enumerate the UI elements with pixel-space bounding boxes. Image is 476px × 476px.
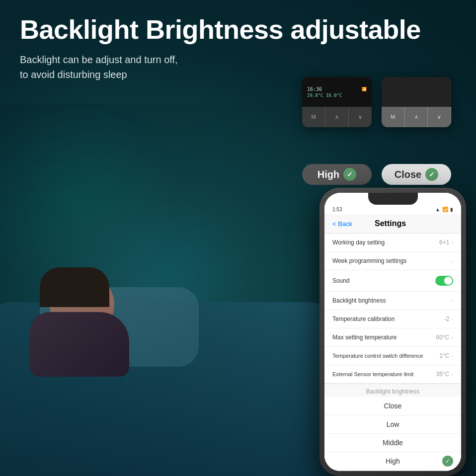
settings-value-backlight: › [451,298,453,304]
settings-label-backlight: Backlight brightness [332,297,386,304]
wifi-icon: 📶 [442,207,448,212]
settings-label-sensor-limit: External Sensor temperature limit [332,371,413,377]
phone-notch [368,193,418,205]
done-button[interactable]: Done [324,471,461,471]
settings-label-switch-diff: Temperature control switch difference [332,353,423,359]
phone-outer: 1:53 ▲ 📶 ▮ < Back Settings Working day s… [319,188,466,476]
picker-item-low[interactable]: Low [324,415,461,434]
chevron-icon-3: › [451,298,453,304]
settings-label-sound: Sound [332,277,350,284]
subtitle: Backlight can be adjust and turn off, to… [20,52,258,82]
nav-title: Settings [352,219,428,228]
settings-label-max-temp: Max setting temperature [332,334,397,341]
settings-item-week-programming[interactable]: Week programming settings › [324,252,461,270]
settings-label-week-prog: Week programming settings [332,257,406,264]
picker-section: Backlight brightness Close Low Middle Hi… [324,384,461,471]
phone-screen: 1:53 ▲ 📶 ▮ < Back Settings Working day s… [324,193,461,471]
picker-check-high: ✓ [442,456,453,467]
chevron-icon-4: › [451,316,453,322]
settings-value-sensor-limit: 35°C › [436,371,453,378]
settings-label-working-day: Working day setting [332,239,385,246]
sound-toggle[interactable] [435,276,453,286]
chevron-icon-7: › [451,371,453,377]
phone-mockup: 1:53 ▲ 📶 ▮ < Back Settings Working day s… [319,188,466,476]
settings-item-sensor-limit[interactable]: External Sensor temperature limit 35°C › [324,365,461,384]
picker-item-high[interactable]: High ✓ [324,452,461,471]
status-icons: ▲ 📶 ▮ [435,207,453,212]
chevron-icon-2: › [451,258,453,264]
phone-nav-bar: < Back Settings [324,214,461,234]
settings-item-sound[interactable]: Sound [324,270,461,292]
settings-item-backlight[interactable]: Backlight brightness › [324,292,461,310]
chevron-icon-5: › [451,334,453,340]
battery-icon: ▮ [450,207,453,212]
settings-list: Working day setting 6+1 › Week programmi… [324,234,461,384]
picker-item-close[interactable]: Close [324,397,461,415]
settings-item-working-day[interactable]: Working day setting 6+1 › [324,234,461,252]
settings-label-temp-cal: Temperature calibration [332,316,395,322]
picker-title: Backlight brightness [324,384,461,397]
settings-value-max-temp: 60°C › [436,334,453,341]
nav-back-button[interactable]: < Back [332,220,352,228]
settings-item-switch-diff[interactable]: Temperature control switch difference 1°… [324,347,461,365]
settings-item-temp-calibration[interactable]: Temperature calibration -2 › [324,310,461,328]
chevron-icon-6: › [451,353,453,359]
settings-value-working-day: 6+1 › [439,239,453,246]
settings-value-temp-cal: -2 › [444,316,453,322]
settings-item-max-temp[interactable]: Max setting temperature 60°C › [324,328,461,347]
settings-value-switch-diff: 1°C › [439,352,453,359]
signal-icon: ▲ [435,207,440,212]
status-time: 1:53 [332,207,342,212]
picker-item-middle[interactable]: Middle [324,434,461,452]
settings-value-week-prog: › [451,258,453,264]
page-headline: Backlight Brightness adjustable [20,15,456,44]
chevron-icon-1: › [451,239,453,245]
